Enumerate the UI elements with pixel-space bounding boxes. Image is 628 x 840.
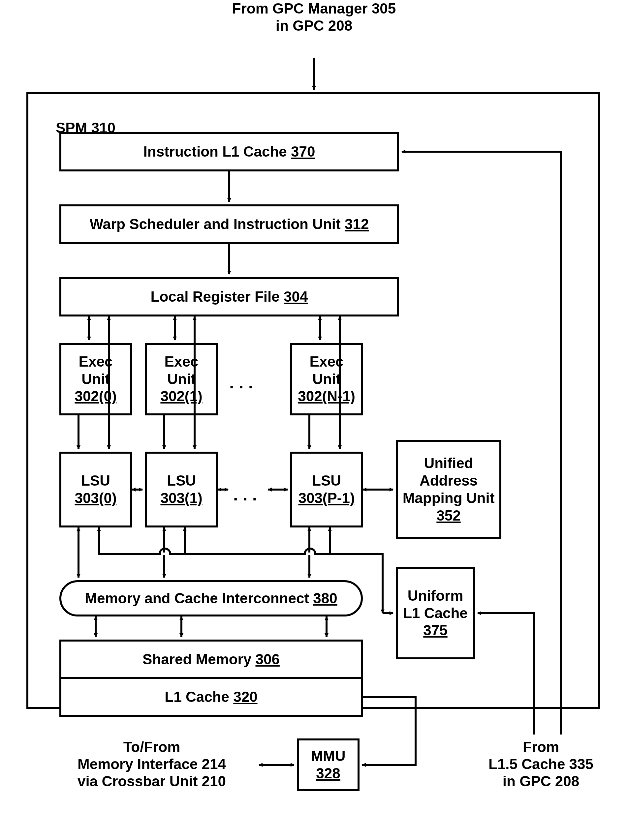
l1-cache: L1 Cache 320: [59, 677, 363, 717]
diagram-canvas: From GPC Manager 305 in GPC 208 SPM 310 …: [0, 0, 628, 840]
local-register-file: Local Register File 304: [59, 277, 399, 316]
exec-ellipsis: . . .: [229, 373, 253, 393]
exec-unit-0: Exec Unit302(0): [59, 343, 132, 415]
uniform-l1-cache: Uniform L1 Cache375: [396, 567, 475, 659]
lsu-p1: LSU303(P-1): [290, 452, 363, 527]
lsu-ellipsis: . . .: [233, 485, 257, 505]
top-source-label: From GPC Manager 305 in GPC 208: [0, 0, 628, 34]
warp-scheduler: Warp Scheduler and Instruction Unit 312: [59, 204, 399, 244]
exec-unit-1: Exec Unit302(1): [145, 343, 218, 415]
bottom-left-label: To/From Memory Interface 214 via Crossba…: [49, 739, 254, 790]
memory-cache-interconnect: Memory and Cache Interconnect 380: [59, 580, 363, 616]
bottom-right-label: From L1.5 Cache 335 in GPC 208: [462, 739, 620, 790]
lsu-1: LSU303(1): [145, 452, 218, 527]
instruction-l1-cache: Instruction L1 Cache 370: [59, 132, 399, 171]
shared-memory: Shared Memory 306: [59, 639, 363, 679]
mmu: MMU328: [297, 739, 359, 791]
unified-address-mapping-unit: Unified Address Mapping Unit352: [396, 440, 501, 539]
lsu-0: LSU303(0): [59, 452, 132, 527]
exec-unit-n1: Exec Unit302(N-1): [290, 343, 363, 415]
